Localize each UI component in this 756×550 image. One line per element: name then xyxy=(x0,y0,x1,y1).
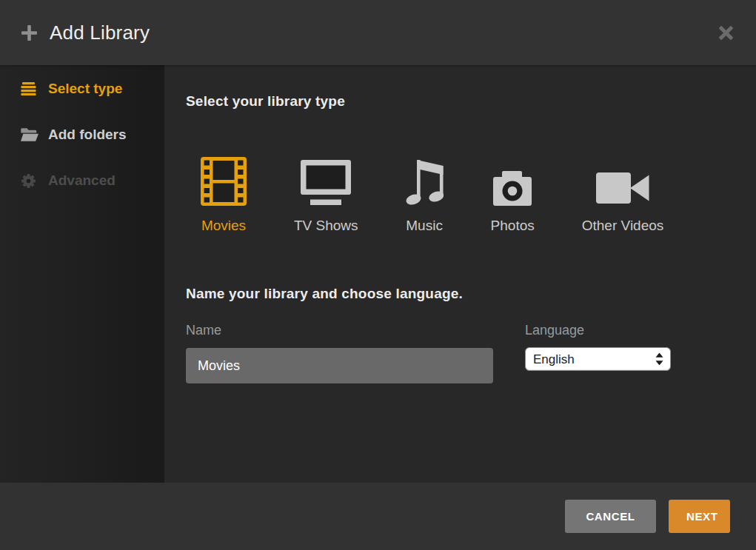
camera-icon xyxy=(493,157,532,206)
language-label: Language xyxy=(525,323,671,338)
sidebar-item-select-type[interactable]: Select type xyxy=(21,74,164,104)
dialog-title: Add Library xyxy=(50,21,150,44)
gear-icon xyxy=(21,173,39,189)
add-library-dialog: Add Library xyxy=(0,0,756,550)
library-type-other-videos[interactable]: Other Videos xyxy=(582,157,664,234)
library-type-music[interactable]: Music xyxy=(406,157,444,234)
tv-icon xyxy=(301,157,351,206)
name-label: Name xyxy=(186,323,493,338)
dialog-header: Add Library xyxy=(0,0,756,65)
library-type-label: Photos xyxy=(491,218,535,234)
folder-icon xyxy=(21,128,39,141)
name-language-form: Name Language English xyxy=(186,323,756,383)
close-icon[interactable] xyxy=(718,25,734,41)
sidebar-item-label: Add folders xyxy=(48,127,127,143)
sidebar-item-label: Advanced xyxy=(48,172,116,189)
sidebar-item-label: Select type xyxy=(48,81,122,97)
library-type-heading: Select your library type xyxy=(186,92,756,111)
wizard-main: Select your library type xyxy=(164,65,756,483)
dialog-footer: CANCEL NEXT xyxy=(0,483,756,550)
library-type-photos[interactable]: Photos xyxy=(491,157,535,234)
list-lines-icon xyxy=(21,82,39,95)
library-type-tv-shows[interactable]: TV Shows xyxy=(294,157,358,234)
next-button[interactable]: NEXT xyxy=(669,500,730,533)
library-type-label: Other Videos xyxy=(582,218,664,234)
sidebar-item-add-folders[interactable]: Add folders xyxy=(21,120,164,150)
language-select[interactable]: English xyxy=(525,347,671,371)
library-type-label: Movies xyxy=(201,218,246,234)
wizard-sidebar: Select type Add folders xyxy=(0,65,164,483)
dialog-body: Select type Add folders xyxy=(0,65,756,483)
cancel-button[interactable]: CANCEL xyxy=(565,500,656,533)
library-type-label: TV Shows xyxy=(294,218,358,234)
library-name-input[interactable] xyxy=(186,348,493,383)
video-camera-icon xyxy=(596,157,650,206)
library-type-movies[interactable]: Movies xyxy=(201,157,247,234)
plus-icon xyxy=(21,24,38,41)
library-type-label: Music xyxy=(406,218,443,234)
music-note-icon xyxy=(406,157,444,206)
library-type-row: Movies TV Shows xyxy=(201,157,756,234)
film-strip-icon xyxy=(201,157,247,206)
sidebar-item-advanced[interactable]: Advanced xyxy=(21,166,164,195)
name-language-heading: Name your library and choose language. xyxy=(186,284,756,303)
